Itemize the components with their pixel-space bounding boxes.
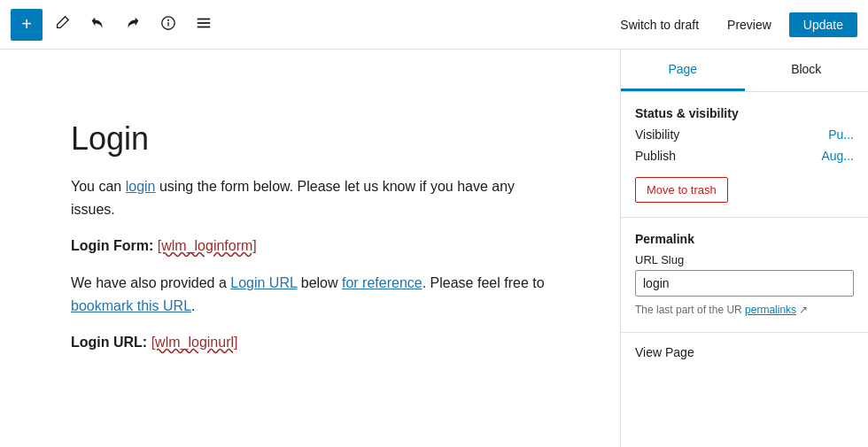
login-url-shortcode: [wlm_loginurl] xyxy=(151,335,238,350)
sidebar-tabs: Page Block xyxy=(621,50,868,92)
tab-page[interactable]: Page xyxy=(621,50,745,91)
external-link-icon: ↗ xyxy=(799,304,808,316)
list-view-button[interactable] xyxy=(188,9,220,41)
add-block-button[interactable]: + xyxy=(11,9,43,41)
svg-rect-4 xyxy=(198,22,210,24)
login-form-block: Login Form: [wlm_loginform] xyxy=(71,238,549,254)
update-button[interactable]: Update xyxy=(789,12,857,37)
url-paragraph: We have also provided a Login URL below … xyxy=(71,272,549,317)
status-visibility-section: Status & visibility Visibility Pu... Pub… xyxy=(621,92,868,218)
visibility-row: Visibility Pu... xyxy=(635,127,854,142)
login-form-shortcode: [wlm_loginform] xyxy=(158,238,257,253)
login-form-label: Login Form: xyxy=(71,238,153,253)
undo-button[interactable] xyxy=(81,9,113,41)
login-url-block: Login URL: [wlm_loginurl] xyxy=(71,335,549,351)
url-slug-input[interactable] xyxy=(635,270,854,297)
toolbar-right: Switch to draft Preview Update xyxy=(609,12,857,37)
list-icon xyxy=(196,15,212,35)
toolbar-left: + xyxy=(11,9,609,41)
status-visibility-title: Status & visibility xyxy=(635,106,854,120)
move-to-trash-button[interactable]: Move to trash xyxy=(635,177,728,203)
permalinks-link[interactable]: permalinks xyxy=(745,304,796,316)
url-slug-label: URL Slug xyxy=(635,253,854,266)
redo-icon xyxy=(125,15,141,35)
svg-point-2 xyxy=(168,19,169,20)
bookmark-link: bookmark this URL xyxy=(71,298,191,313)
main-layout: Login You can login using the form below… xyxy=(0,50,868,447)
visibility-label: Visibility xyxy=(635,127,679,142)
view-page-link[interactable]: View Page xyxy=(621,333,868,372)
svg-rect-5 xyxy=(198,26,210,27)
visibility-value[interactable]: Pu... xyxy=(828,127,854,142)
info-icon xyxy=(160,15,176,35)
tab-block[interactable]: Block xyxy=(745,50,869,91)
redo-button[interactable] xyxy=(117,9,149,41)
info-button[interactable] xyxy=(152,9,184,41)
toolbar: + xyxy=(0,0,868,50)
login-url-link-text: Login URL xyxy=(230,275,297,290)
editor-content: Login You can login using the form below… xyxy=(71,120,549,351)
login-url-label: Login URL: xyxy=(71,335,147,350)
intro-paragraph: You can login using the form below. Plea… xyxy=(71,175,549,220)
permalink-description: The last part of the UR permalinks ↗ xyxy=(635,302,854,318)
tools-button[interactable] xyxy=(46,9,78,41)
publish-label: Publish xyxy=(635,149,676,163)
permalink-title: Permalink xyxy=(635,232,854,246)
page-title[interactable]: Login xyxy=(71,120,549,158)
publish-row: Publish Aug... xyxy=(635,149,854,163)
editor-area: Login You can login using the form below… xyxy=(0,50,620,447)
svg-rect-3 xyxy=(198,18,210,19)
for-reference-link: for reference xyxy=(342,275,422,290)
permalink-section: Permalink URL Slug The last part of the … xyxy=(621,218,868,333)
undo-icon xyxy=(89,15,105,35)
add-icon: + xyxy=(21,14,32,35)
preview-button[interactable]: Preview xyxy=(717,12,782,37)
switch-to-draft-button[interactable]: Switch to draft xyxy=(609,12,709,37)
login-link[interactable]: login xyxy=(126,179,156,194)
pen-icon xyxy=(54,15,70,35)
sidebar: Page Block Status & visibility Visibilit… xyxy=(620,50,868,447)
publish-value[interactable]: Aug... xyxy=(821,149,854,163)
